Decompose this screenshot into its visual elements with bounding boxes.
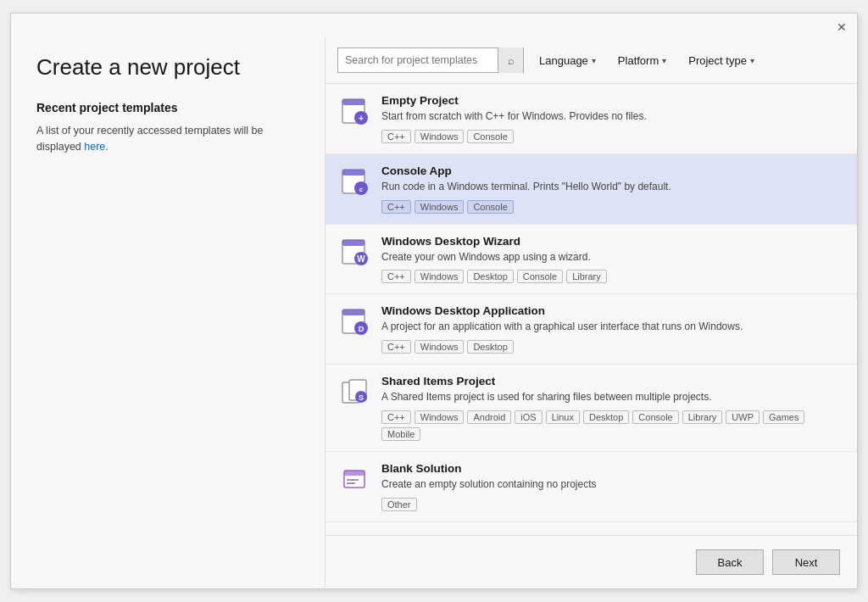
template-tag: Mobile <box>381 427 420 441</box>
template-description: A Shared Items project is used for shari… <box>381 390 843 404</box>
template-list: + Empty ProjectStart from scratch with C… <box>326 84 857 535</box>
recent-desc-link[interactable]: here <box>84 141 105 153</box>
template-tags: C++WindowsAndroidiOSLinuxDesktopConsoleL… <box>381 410 843 441</box>
template-tag: Other <box>381 498 417 511</box>
template-description: Create an empty solution containing no p… <box>381 477 843 492</box>
svg-rect-21 <box>344 471 364 476</box>
template-tag: iOS <box>515 410 542 424</box>
svg-rect-13 <box>342 309 364 315</box>
template-name: Empty Project <box>381 94 843 107</box>
right-panel: ⌕ Language ▾ Platform ▾ Project type ▾ <box>325 37 857 588</box>
template-tags: C++WindowsDesktopConsoleLibrary <box>381 270 843 283</box>
recent-heading: Recent project templates <box>36 101 299 114</box>
template-tag: Desktop <box>583 410 629 424</box>
search-box[interactable]: ⌕ <box>337 47 524 73</box>
template-tags: C++WindowsDesktop <box>381 340 843 354</box>
content-area: Create a new project Recent project temp… <box>11 37 857 588</box>
project-type-dropdown[interactable]: Project type ▾ <box>682 51 761 70</box>
template-tag: Windows <box>415 200 465 214</box>
main-window: ✕ Create a new project Recent project te… <box>10 13 858 589</box>
language-label: Language <box>539 54 588 67</box>
template-item[interactable]: D Windows Desktop ApplicationA project f… <box>326 294 857 365</box>
template-icon-desktop: D <box>339 306 370 337</box>
template-tag: Library <box>566 270 607 283</box>
template-info: Windows Desktop ApplicationA project for… <box>381 304 843 354</box>
template-item[interactable]: + Empty ProjectStart from scratch with C… <box>326 84 857 154</box>
template-tag: Console <box>632 410 678 424</box>
bottom-bar: Back Next <box>326 535 857 588</box>
svg-rect-23 <box>347 482 355 484</box>
template-icon-solution <box>339 464 370 494</box>
template-icon-empty: + <box>339 96 370 126</box>
template-name: Windows Desktop Wizard <box>381 235 843 248</box>
template-tag: Linux <box>546 410 580 424</box>
svg-text:c: c <box>359 186 364 193</box>
template-tag: Windows <box>415 130 465 143</box>
search-input[interactable] <box>338 54 498 66</box>
template-item[interactable]: S Shared Items ProjectA Shared Items pro… <box>326 365 857 452</box>
svg-rect-1 <box>342 99 364 105</box>
template-item[interactable]: c Console AppRun code in a Windows termi… <box>326 154 857 225</box>
template-tag: C++ <box>381 410 411 424</box>
template-tag: C++ <box>381 340 411 354</box>
template-info: Windows Desktop WizardCreate your own Wi… <box>381 235 843 284</box>
project-type-chevron-icon: ▾ <box>750 56 754 65</box>
template-info: Console AppRun code in a Windows termina… <box>381 164 843 214</box>
next-button[interactable]: Next <box>772 549 840 575</box>
template-tag: Desktop <box>467 270 513 283</box>
template-tag: Desktop <box>467 340 513 354</box>
template-name: Blank Solution <box>381 462 843 475</box>
svg-text:+: + <box>359 114 364 123</box>
template-tag: Console <box>467 130 513 143</box>
template-tags: C++WindowsConsole <box>381 130 843 143</box>
search-button[interactable]: ⌕ <box>498 47 523 73</box>
template-item[interactable]: W Windows Desktop WizardCreate your own … <box>326 225 857 295</box>
template-name: Shared Items Project <box>381 375 843 387</box>
template-description: A project for an application with a grap… <box>381 320 843 334</box>
template-tag: Console <box>467 200 513 214</box>
template-info: Shared Items ProjectA Shared Items proje… <box>381 375 843 441</box>
recent-desc: A list of your recently accessed templat… <box>36 123 299 155</box>
template-info: Empty ProjectStart from scratch with C++… <box>381 94 843 143</box>
template-tags: Other <box>381 498 843 511</box>
template-tag: Games <box>763 410 804 424</box>
template-name: Windows Desktop Application <box>381 304 843 317</box>
language-chevron-icon: ▾ <box>592 56 596 65</box>
page-title: Create a new project <box>36 54 299 81</box>
platform-label: Platform <box>618 54 659 67</box>
template-tag: C++ <box>381 200 411 214</box>
template-info: Blank SolutionCreate an empty solution c… <box>381 462 843 511</box>
template-description: Start from scratch with C++ for Windows.… <box>381 109 843 124</box>
template-icon-console: c <box>339 166 370 197</box>
title-bar: ✕ <box>11 14 857 37</box>
svg-text:D: D <box>359 325 364 333</box>
template-tag: UWP <box>726 410 760 424</box>
template-tag: Console <box>517 270 563 283</box>
svg-rect-5 <box>342 170 364 176</box>
template-tag: Android <box>467 410 511 424</box>
svg-text:W: W <box>357 254 365 264</box>
svg-text:S: S <box>359 393 364 402</box>
platform-dropdown[interactable]: Platform ▾ <box>611 51 673 70</box>
template-tag: Windows <box>415 270 465 283</box>
template-tag: Library <box>682 410 723 424</box>
template-tags: C++WindowsConsole <box>381 200 843 214</box>
svg-rect-22 <box>347 479 359 481</box>
back-button[interactable]: Back <box>696 549 764 575</box>
close-button[interactable]: ✕ <box>835 20 849 34</box>
template-name: Console App <box>381 164 843 177</box>
toolbar: ⌕ Language ▾ Platform ▾ Project type ▾ <box>326 37 857 84</box>
recent-desc-text: A list of your recently accessed templat… <box>36 125 263 153</box>
left-panel: Create a new project Recent project temp… <box>11 37 325 588</box>
template-icon-wizard: W <box>339 237 370 267</box>
template-item[interactable]: Blank SolutionCreate an empty solution c… <box>326 452 857 522</box>
platform-chevron-icon: ▾ <box>662 56 666 65</box>
recent-desc-period: . <box>105 141 108 153</box>
project-type-label: Project type <box>688 54 747 67</box>
template-tag: Windows <box>415 410 465 424</box>
svg-rect-9 <box>342 240 364 246</box>
template-tag: C++ <box>381 130 411 143</box>
template-tag: C++ <box>381 270 411 283</box>
language-dropdown[interactable]: Language ▾ <box>532 51 603 70</box>
template-icon-shared: S <box>339 376 370 407</box>
